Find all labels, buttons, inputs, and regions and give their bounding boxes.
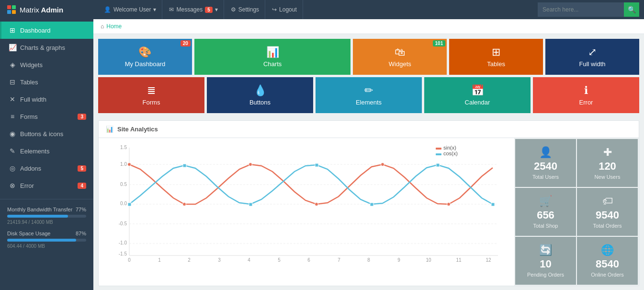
- layout: ⊞ Dashboard 📈 Charts & graphs ◈ Widgets …: [0, 19, 644, 290]
- sidebar-label: Addons: [20, 165, 41, 172]
- nav-logout-label: Logout: [279, 6, 297, 13]
- addons-badge: 5: [78, 165, 86, 172]
- nav-messages-label: Messages: [176, 6, 203, 13]
- svg-rect-42: [436, 153, 441, 155]
- pending-orders-label: Pending Orders: [527, 272, 564, 278]
- total-users-label: Total Users: [532, 174, 559, 180]
- svg-point-31: [381, 163, 384, 166]
- sidebar-item-charts[interactable]: 📈 Charts & graphs: [0, 39, 93, 56]
- breadcrumb: ⌂ Home: [93, 19, 644, 34]
- online-orders-label: Online Orders: [591, 272, 623, 278]
- tile-label: Tables: [487, 60, 505, 68]
- svg-text:12: 12: [486, 257, 491, 263]
- svg-text:1.5: 1.5: [120, 145, 127, 150]
- cart-icon: 🛒: [539, 195, 552, 208]
- svg-text:4: 4: [248, 257, 250, 263]
- nav-user[interactable]: 👤 Welcome User ▾: [98, 0, 162, 19]
- sidebar-item-elements[interactable]: ✎ Eelements: [0, 142, 93, 160]
- sidebar-item-tables[interactable]: ⊟ Tables: [0, 73, 93, 91]
- diskspace-sub: 604.44 / 4000 MB: [7, 244, 86, 249]
- tile-charts[interactable]: 📊 Charts: [194, 39, 350, 75]
- stat-pending-orders: 🔄 10 Pending Orders: [515, 237, 576, 285]
- stat-online-orders: 🌐 8540 Online Orders: [577, 237, 638, 285]
- widgets-icon: ◈: [9, 61, 16, 69]
- sidebar-item-fullwidth[interactable]: ✕ Full width: [0, 91, 93, 108]
- diskspace-percent: 87%: [76, 231, 86, 236]
- search-button[interactable]: 🔍: [624, 2, 639, 17]
- nav-settings[interactable]: ⚙ Settings: [225, 0, 265, 19]
- tile-label: Full width: [579, 60, 606, 68]
- sidebar-item-widgets[interactable]: ◈ Widgets: [0, 56, 93, 73]
- online-orders-value: 8540: [596, 258, 619, 270]
- user-icon: 👤: [539, 146, 552, 159]
- sidebar-label: Eelements: [20, 148, 49, 155]
- tiles-grid: 20 🎨 My Dashboard 📊 Charts 101 🛍 Widgets…: [93, 34, 644, 120]
- stat-total-orders: 🏷 9540 Total Orders: [577, 188, 638, 236]
- analytics-section: 📊 Site Analytics 1.5 1.0 0.5 0.0 -0.5: [98, 120, 639, 286]
- svg-text:2: 2: [188, 257, 191, 263]
- svg-text:0.5: 0.5: [120, 182, 127, 187]
- tile-label: Error: [579, 99, 593, 106]
- breadcrumb-home[interactable]: Home: [106, 23, 122, 30]
- bandwidth-bar-bg: [7, 215, 86, 218]
- widgets-badge: 101: [433, 40, 446, 46]
- tile-forms[interactable]: ≣ Forms: [98, 77, 204, 113]
- bag-icon: 🛍: [395, 46, 405, 58]
- logout-icon: ↪: [272, 6, 277, 13]
- new-users-label: New Users: [595, 174, 621, 180]
- sidebar-item-dashboard[interactable]: ⊞ Dashboard: [0, 22, 93, 39]
- tile-buttons[interactable]: 💧 Buttons: [207, 77, 313, 113]
- tile-calendar[interactable]: 📅 Calendar: [424, 77, 531, 113]
- svg-point-30: [315, 203, 318, 206]
- tile-elements[interactable]: ✏ Elements: [316, 77, 422, 113]
- addons-icon: ◎: [9, 164, 16, 172]
- palette-icon: 🎨: [138, 46, 151, 58]
- tile-my-dashboard[interactable]: 20 🎨 My Dashboard: [98, 39, 192, 75]
- nav-logout[interactable]: ↪ Logout: [266, 0, 303, 19]
- svg-rect-37: [370, 203, 373, 206]
- svg-point-32: [447, 203, 451, 206]
- tag-icon: 🏷: [602, 195, 613, 208]
- brand: Matrix Admin: [5, 0, 98, 19]
- nav-user-label: Welcome User: [113, 6, 151, 13]
- stat-total-shop: 🛒 656 Total Shop: [515, 188, 576, 236]
- error-badge: 4: [78, 183, 86, 189]
- charts-icon: 📈: [9, 44, 16, 51]
- sidebar-label: Full width: [20, 96, 46, 103]
- tile-label: Forms: [143, 99, 160, 106]
- svg-point-28: [183, 203, 186, 206]
- fullwidth-icon: ✕: [9, 95, 16, 103]
- bandwidth-label: Monthly Bandwidth Transfer 77%: [7, 207, 86, 212]
- analytics-title: Site Analytics: [117, 126, 158, 133]
- tile-tables[interactable]: ⊞ Tables: [449, 39, 543, 75]
- sidebar-item-error[interactable]: ⊗ Error 4: [0, 177, 93, 194]
- total-shop-value: 656: [537, 209, 554, 221]
- tiles-row-2: ≣ Forms 💧 Buttons ✏ Elements 📅 Calendar …: [98, 77, 639, 113]
- tile-widgets[interactable]: 101 🛍 Widgets: [353, 39, 447, 75]
- analytics-chart: 1.5 1.0 0.5 0.0 -0.5 -1.0 -1.5: [103, 143, 509, 263]
- svg-rect-35: [249, 203, 252, 206]
- total-orders-label: Total Orders: [593, 223, 622, 229]
- tile-error[interactable]: ℹ Error: [533, 77, 639, 113]
- analytics-body: 1.5 1.0 0.5 0.0 -0.5 -1.0 -1.5: [99, 138, 639, 286]
- nav-messages[interactable]: ✉ Messages 5 ▾: [163, 0, 224, 19]
- sidebar-item-forms[interactable]: ≡ Forms 3: [0, 108, 93, 125]
- search-input[interactable]: [538, 2, 624, 17]
- sidebar-label: Charts & graphs: [20, 44, 65, 51]
- error-icon: ⊗: [9, 182, 16, 189]
- svg-rect-34: [183, 164, 186, 167]
- total-shop-label: Total Shop: [533, 223, 558, 229]
- tiles-row-1: 20 🎨 My Dashboard 📊 Charts 101 🛍 Widgets…: [98, 39, 639, 75]
- tile-fullwidth[interactable]: ⤢ Full width: [545, 39, 639, 75]
- drop-icon: 💧: [254, 84, 267, 97]
- bandwidth-bar-fill: [7, 215, 68, 218]
- sidebar-item-addons[interactable]: ◎ Addons 5: [0, 160, 93, 177]
- elements-icon: ✎: [9, 147, 16, 155]
- bandwidth-percent: 77%: [76, 207, 86, 212]
- svg-rect-33: [128, 203, 131, 206]
- svg-text:5: 5: [278, 257, 281, 263]
- sidebar-item-buttons[interactable]: ◉ Buttons & icons: [0, 125, 93, 142]
- total-users-value: 2540: [534, 160, 557, 173]
- sidebar-stats: Monthly Bandwidth Transfer 77% 21419.94 …: [0, 199, 93, 262]
- sidebar-label: Buttons & icons: [20, 130, 63, 138]
